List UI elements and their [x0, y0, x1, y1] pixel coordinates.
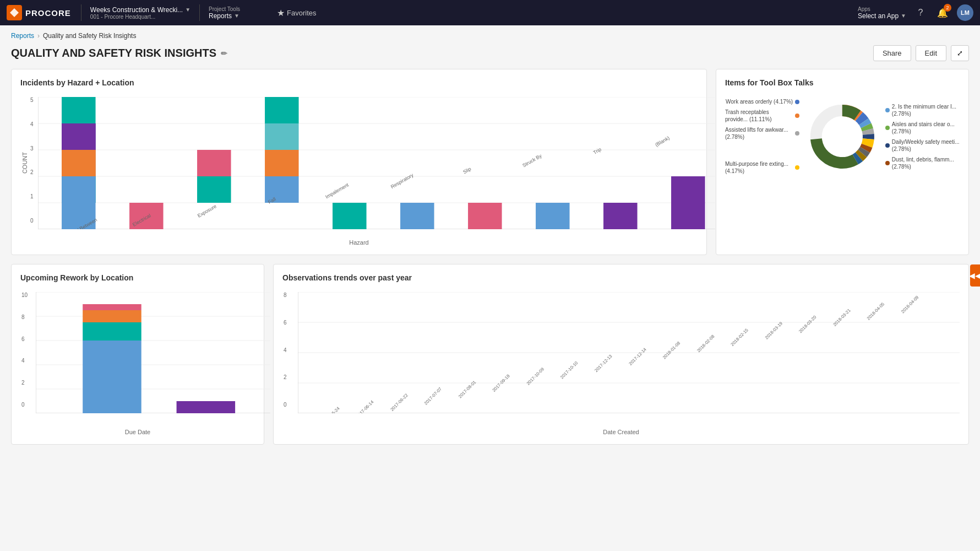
nav-right: Apps Select an App ▼ ? 🔔 2 LM [858, 4, 973, 21]
incidents-x-axis-label: Hazard [20, 239, 698, 246]
svg-text:2018-02-15: 2018-02-15 [730, 327, 750, 347]
company-dropdown-arrow: ▼ [185, 7, 190, 13]
legend-dot-r1 [885, 126, 890, 130]
apps-label: Apps [858, 6, 906, 12]
apps-selector[interactable]: Apps Select an App ▼ [858, 6, 906, 20]
user-avatar[interactable]: LM [957, 4, 973, 21]
legend-dot-r2 [885, 143, 890, 148]
svg-text:2018-02-08: 2018-02-08 [696, 334, 716, 354]
svg-text:2018-03-19: 2018-03-19 [764, 321, 784, 341]
toolbox-chart-card: Items for Tool Box Talks Work areas orde… [716, 69, 969, 255]
svg-text:Respiratory: Respiratory [390, 172, 415, 190]
svg-text:2018-03-20: 2018-03-20 [798, 315, 818, 334]
svg-text:2018-04-05: 2018-04-05 [866, 301, 886, 321]
legend-dot-2 [795, 131, 799, 136]
rework-chart-title: Upcoming Rework by Location [20, 273, 255, 282]
svg-text:2017-06-22: 2017-06-22 [389, 392, 409, 412]
svg-rect-63 [83, 304, 141, 310]
svg-text:2017-12-13: 2017-12-13 [594, 353, 613, 373]
rework-y-ticks: 0 2 4 6 8 10 [21, 292, 28, 408]
observations-y-ticks: 0 2 4 6 8 [284, 292, 287, 408]
help-button[interactable]: ? [913, 5, 928, 20]
notification-badge: 2 [944, 4, 951, 12]
observations-chart-title: Observations trends over past year [282, 273, 960, 282]
incidents-svg: Caught In / Between Electrical Exposure … [38, 97, 715, 229]
svg-text:Trip: Trip [592, 147, 602, 155]
donut-legend-right: 2. Is the minimum clear I... (2.78%) Ais… [885, 103, 960, 170]
company-name: Weeks Construction & Wrecki... ▼ [90, 6, 190, 14]
incidents-y-ticks: 0 1 2 3 4 5 [30, 97, 34, 224]
incidents-chart-area: COUNT 0 1 2 3 4 5 [20, 91, 698, 246]
favorites-section[interactable]: ★ Favorites [270, 8, 323, 18]
svg-text:2018-04-09: 2018-04-09 [900, 295, 920, 315]
svg-rect-18 [197, 150, 231, 176]
donut-layout: Work areas orderly (4.17%) Trash recepta… [725, 98, 960, 175]
svg-text:2017-12-14: 2017-12-14 [628, 347, 648, 366]
svg-rect-21 [265, 123, 299, 150]
top-navigation: PROCORE Weeks Construction & Wrecki... ▼… [0, 0, 980, 25]
svg-text:2018-03-21: 2018-03-21 [832, 307, 852, 327]
project-tools-label: Project Tools [209, 6, 266, 12]
svg-rect-12 [62, 176, 96, 203]
notifications-button[interactable]: 🔔 2 [935, 5, 950, 20]
legend-item-2: Assisted lifts for awkwar... (2.78%) [725, 126, 799, 141]
company-sub: 001 - Procore Headquart... [90, 14, 190, 20]
legend-dot-1 [795, 114, 799, 118]
apps-value: Select an App ▼ [858, 12, 906, 20]
project-tools-selector[interactable]: Project Tools Reports ▼ [204, 6, 270, 20]
svg-rect-28 [671, 176, 705, 229]
svg-rect-26 [536, 203, 570, 229]
svg-point-52 [824, 117, 862, 155]
observations-x-axis-label: Date Created [282, 429, 960, 435]
svg-text:(Blank): (Blank) [654, 135, 671, 148]
svg-rect-24 [400, 203, 434, 229]
edit-button[interactable]: Edit [916, 45, 946, 61]
donut-svg [808, 101, 876, 172]
svg-rect-23 [333, 203, 367, 229]
svg-text:2017-06-14: 2017-06-14 [355, 399, 375, 413]
svg-rect-17 [197, 176, 231, 203]
company-selector[interactable]: Weeks Construction & Wrecki... ▼ 001 - P… [86, 6, 195, 20]
legend-item-1: Trash receptables provide... (11.11%) [725, 109, 799, 123]
legend-item-r1: Aisles and stairs clear o... (2.78%) [885, 121, 960, 135]
favorites-label: Favorites [287, 9, 316, 17]
svg-rect-14 [62, 123, 96, 150]
rework-x-axis-label: Due Date [20, 429, 255, 435]
charts-row-2: Upcoming Rework by Location 0 2 4 6 8 10 [11, 264, 969, 445]
rework-chart-card: Upcoming Rework by Location 0 2 4 6 8 10 [11, 264, 264, 445]
svg-rect-61 [83, 322, 141, 341]
breadcrumb-current: Quality and Safety Risk Insights [43, 32, 136, 40]
page-header: QUALITY AND SAFETY RISK INSIGHTS ✏ Share… [0, 42, 980, 69]
logo[interactable]: PROCORE [7, 5, 71, 20]
breadcrumb: Reports › Quality and Safety Risk Insigh… [0, 25, 980, 42]
legend-item-r0: 2. Is the minimum clear I... (2.78%) [885, 103, 960, 117]
incidents-y-axis-label: COUNT [21, 152, 28, 174]
legend-dot-r0 [885, 108, 890, 112]
fullscreen-button[interactable]: ⤢ [951, 45, 969, 61]
svg-rect-60 [83, 341, 141, 413]
reports-dropdown-arrow: ▼ [234, 13, 239, 19]
svg-text:2018-01-08: 2018-01-08 [662, 341, 682, 360]
share-button[interactable]: Share [873, 45, 911, 61]
side-collapse-button[interactable]: ◀◀ [970, 264, 980, 287]
legend-item-3: Multi-purpose fire exting... (4.17%) [725, 160, 799, 175]
logo-icon [7, 5, 22, 20]
breadcrumb-reports-link[interactable]: Reports [11, 32, 34, 40]
incidents-chart-title: Incidents by Hazard + Location [20, 78, 698, 87]
title-edit-icon[interactable]: ✏ [221, 49, 227, 58]
legend-item-r3: Dust, lint, debris, flamm... (2.78%) [885, 156, 960, 170]
header-actions: Share Edit ⤢ [873, 45, 969, 61]
reports-value: Reports ▼ [209, 12, 266, 20]
apps-dropdown-arrow: ▼ [901, 13, 906, 19]
legend-dot-r3 [885, 161, 890, 165]
page-title: QUALITY AND SAFETY RISK INSIGHTS ✏ [11, 47, 227, 60]
observations-svg: 2017-05-22 2017-05-24 2017-06-14 2017-06… [298, 292, 960, 413]
main-content: Incidents by Hazard + Location COUNT 0 1… [0, 69, 980, 464]
svg-text:Struck By: Struck By [521, 153, 543, 168]
svg-text:2017-07-07: 2017-07-07 [423, 386, 443, 406]
observations-chart-area: 0 2 4 6 8 [282, 287, 960, 435]
breadcrumb-separator: › [37, 32, 40, 40]
legend-item-r2: Daily/Weekly safety meeti... (2.78%) [885, 138, 960, 153]
legend-dot-3 [795, 165, 799, 170]
svg-text:Exposure: Exposure [197, 203, 217, 219]
